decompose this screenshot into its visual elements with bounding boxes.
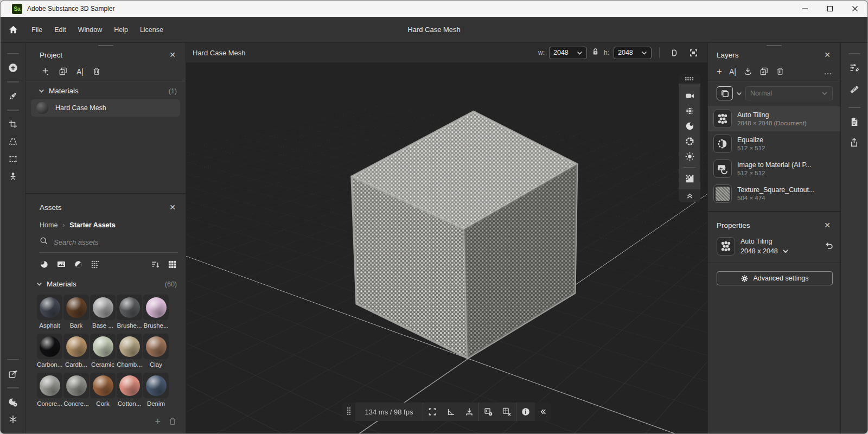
blend-mode-select[interactable]: Normal: [745, 86, 833, 100]
advanced-settings-button[interactable]: Advanced settings: [717, 271, 833, 285]
toggle-textures-button[interactable]: [497, 403, 516, 421]
menu-window[interactable]: Window: [72, 23, 108, 37]
menu-license[interactable]: License: [134, 23, 169, 37]
menu-help[interactable]: Help: [108, 23, 134, 37]
material-tile[interactable]: Asphalt: [37, 295, 62, 333]
light-button[interactable]: [679, 149, 700, 164]
toolbar-drag-handle[interactable]: [679, 74, 700, 84]
crop-tool-button[interactable]: [4, 116, 22, 133]
collapse-toolbar-button[interactable]: [679, 189, 700, 202]
environment-ring-button[interactable]: [679, 133, 700, 149]
filter-filters-icon[interactable]: [74, 260, 83, 271]
fit-view-button[interactable]: [686, 48, 701, 58]
share-button[interactable]: [845, 133, 864, 151]
panel-drag-handle[interactable]: [767, 45, 782, 46]
transform-tool-button[interactable]: [4, 150, 22, 168]
layer-row-texture[interactable]: Texture_Square_Cutout... 504 × 474: [708, 181, 840, 206]
delete-asset-button[interactable]: [168, 417, 177, 428]
breadcrumb-home[interactable]: Home: [40, 221, 58, 229]
material-tile[interactable]: Clay: [143, 334, 169, 372]
delete-button[interactable]: [92, 67, 101, 76]
pinned-properties-button[interactable]: [845, 59, 864, 76]
layer-row-auto-tiling[interactable]: Auto Tiling 2048 × 2048 (Document): [708, 106, 840, 131]
perspective-tool-button[interactable]: [4, 133, 22, 150]
document-info-button[interactable]: [845, 113, 864, 130]
quick-start-button[interactable]: [4, 87, 22, 105]
rename-button[interactable]: A|: [76, 68, 84, 75]
project-material-item[interactable]: Hard Case Mesh: [31, 99, 180, 117]
close-button[interactable]: [843, 1, 867, 17]
snap-ground-button[interactable]: [460, 403, 478, 421]
material-tile[interactable]: Cork: [90, 373, 116, 411]
cube-mesh[interactable]: [186, 63, 707, 433]
rename-layer-button[interactable]: A|: [729, 68, 736, 75]
menu-edit[interactable]: Edit: [48, 23, 72, 37]
close-icon[interactable]: ✕: [822, 50, 833, 59]
material-tile[interactable]: Cardb...: [63, 334, 89, 372]
chevron-down-icon[interactable]: [36, 281, 42, 287]
maximize-button[interactable]: [818, 1, 843, 17]
duplicate-layer-button[interactable]: [760, 67, 769, 76]
physical-size-button[interactable]: [479, 403, 497, 421]
rotate-mesh-button[interactable]: [442, 403, 460, 421]
material-tile[interactable]: Cotton...: [117, 373, 142, 411]
duplicate-button[interactable]: [59, 67, 68, 76]
close-icon[interactable]: ✕: [167, 203, 178, 212]
more-options-button[interactable]: …: [824, 67, 833, 76]
close-icon[interactable]: ✕: [167, 50, 178, 59]
menu-file[interactable]: File: [25, 23, 48, 37]
chevron-down-icon[interactable]: [782, 248, 789, 254]
lock-icon[interactable]: [591, 47, 599, 58]
merge-layer-button[interactable]: [743, 67, 752, 76]
tripod-tool-button[interactable]: [4, 168, 22, 185]
material-tile[interactable]: Base ...: [90, 295, 116, 333]
new-project-button[interactable]: [4, 59, 22, 76]
material-tile[interactable]: Carbon...: [37, 334, 62, 372]
texture-quality-button[interactable]: [679, 171, 700, 186]
material-ball-button[interactable]: [679, 118, 700, 133]
frame-scene-button[interactable]: [423, 403, 442, 421]
height-select[interactable]: 2048: [614, 47, 652, 59]
search-input[interactable]: [54, 238, 151, 246]
measure-button[interactable]: [845, 81, 864, 98]
home-button[interactable]: [1, 24, 25, 35]
statusbar-drag-handle[interactable]: [342, 403, 355, 421]
material-tile[interactable]: Denim: [143, 373, 169, 411]
layer-row-image-to-material[interactable]: Image to Material (AI P... 512 × 512: [708, 156, 840, 181]
export-button[interactable]: [4, 365, 22, 382]
close-icon[interactable]: ✕: [822, 221, 833, 229]
viewport-canvas[interactable]: 134 ms / 98 fps: [186, 63, 707, 433]
add-layer-button[interactable]: +: [717, 67, 722, 76]
material-tile[interactable]: Ceramic: [90, 334, 116, 372]
width-select[interactable]: 2048: [549, 47, 587, 59]
panel-drag-handle[interactable]: [98, 45, 113, 46]
filter-images-icon[interactable]: [56, 259, 66, 271]
material-tile[interactable]: Bark: [63, 295, 89, 333]
minimize-button[interactable]: [793, 1, 818, 17]
chevron-down-icon[interactable]: [736, 91, 742, 97]
material-tile[interactable]: Brushe...: [117, 295, 142, 333]
properties-layer-size[interactable]: 2048 x 2048: [741, 247, 778, 255]
reset-button[interactable]: [824, 240, 834, 252]
chevron-down-icon[interactable]: [39, 88, 44, 94]
layer-stack-view-button[interactable]: [717, 86, 733, 100]
filter-materials-icon[interactable]: [40, 260, 49, 271]
perspective-view-button[interactable]: [667, 48, 682, 58]
info-button[interactable]: [516, 403, 535, 421]
material-tile[interactable]: Concre...: [63, 373, 89, 411]
layer-row-equalize[interactable]: Equalize 512 × 512: [708, 131, 840, 156]
sort-icon[interactable]: [151, 260, 160, 271]
add-asset-button[interactable]: +: [155, 417, 161, 428]
delete-layer-button[interactable]: [776, 67, 784, 76]
connections-button[interactable]: [4, 411, 22, 428]
material-settings-button[interactable]: [4, 393, 22, 411]
collapse-statusbar-button[interactable]: [535, 403, 551, 421]
add-material-button[interactable]: [41, 67, 50, 76]
material-tile[interactable]: Chamb...: [117, 334, 142, 372]
environment-button[interactable]: [679, 103, 700, 118]
material-tile[interactable]: Brushe...: [143, 295, 169, 333]
camera-button[interactable]: [679, 88, 700, 103]
grid-view-icon[interactable]: [168, 260, 177, 271]
material-tile[interactable]: Concre...: [37, 373, 62, 411]
filter-patterns-icon[interactable]: [91, 260, 100, 271]
